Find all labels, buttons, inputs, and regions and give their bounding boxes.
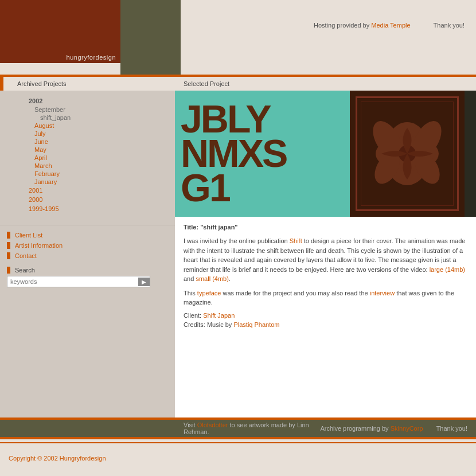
search-input-wrap: ▶ xyxy=(7,276,150,287)
ornament-inner-border xyxy=(361,102,454,206)
month-january[interactable]: January xyxy=(0,178,175,186)
project-credits: Credits: Music by Plastiq Phantom xyxy=(184,321,467,328)
client-link[interactable]: Shift Japan xyxy=(203,312,235,319)
artist-info-link[interactable]: Artist Information xyxy=(0,240,175,251)
header-right: Hosting provided by Media Temple Thank y… xyxy=(181,0,476,75)
right-orange-footer-2 xyxy=(175,437,476,439)
right-dark-strip xyxy=(465,91,476,217)
credits-link[interactable]: Plastiq Phantom xyxy=(233,321,279,328)
search-label: Search xyxy=(7,267,168,274)
project-images-container: JBLYNMXSG1 xyxy=(175,91,476,217)
project-client: Client: Shift Japan xyxy=(184,312,467,319)
month-june[interactable]: June xyxy=(0,138,175,146)
year-1999-1995-link[interactable]: 1999-1995 xyxy=(0,204,175,213)
small-video-link[interactable]: small (4mb) xyxy=(196,275,228,282)
selected-project-label: Selected Project xyxy=(184,80,229,87)
copyright: Copyright © 2002 Hungryfordesign xyxy=(9,455,467,462)
page-footer: Copyright © 2002 Hungryfordesign xyxy=(0,442,476,467)
logo-block: hungryfordesign xyxy=(0,0,120,63)
footer-left-text: Visit Olofsdotter to see artwork made by… xyxy=(184,422,320,435)
client-list-link[interactable]: Client List xyxy=(0,230,175,240)
sidebar-bottom-links: Client List Artist Information Contact xyxy=(0,225,175,261)
month-april[interactable]: April xyxy=(0,154,175,162)
header: hungryfordesign Hosting provided by Medi… xyxy=(0,0,476,75)
shift-link[interactable]: Shift xyxy=(290,237,302,244)
logo-text: hungryfordesign xyxy=(67,54,116,61)
project-image-left: JBLYNMXSG1 xyxy=(175,91,350,217)
header-center-bar xyxy=(120,0,181,75)
project-body-2: This typeface was made for the project a… xyxy=(184,288,467,307)
search-section: Search ▶ xyxy=(0,261,175,292)
month-september: September xyxy=(0,106,175,114)
search-button[interactable]: ▶ xyxy=(138,278,150,286)
month-july[interactable]: July xyxy=(0,130,175,138)
right-dark-footer: Visit Olofsdotter to see artwork made by… xyxy=(175,420,476,437)
sidebar-content: 2002 September shift_japan August July J… xyxy=(0,91,175,418)
footer-right-text: Archive programming by SkinnyCorp Thank … xyxy=(320,425,467,432)
header-thank-you: Thank you! xyxy=(434,22,465,29)
month-march[interactable]: March xyxy=(0,162,175,170)
skinnycorp-link[interactable]: SkinnyCorp xyxy=(391,425,423,432)
typeface-link[interactable]: typeface xyxy=(197,290,221,296)
search-input[interactable] xyxy=(7,276,138,287)
sidebar-orange-footer-bar-2 xyxy=(0,437,175,439)
archived-projects-label: Archived Projects xyxy=(0,80,175,87)
year-2000-link[interactable]: 2000 xyxy=(0,195,175,204)
olofsdotter-link[interactable]: Olofsdotter xyxy=(197,422,228,428)
main-content: Archived Projects 2002 September shift_j… xyxy=(0,77,476,439)
year-2002: 2002 xyxy=(0,96,175,106)
sidebar: Archived Projects 2002 September shift_j… xyxy=(0,77,175,439)
month-august[interactable]: August xyxy=(0,122,175,130)
section-labels-row: Archived Projects xyxy=(0,77,175,91)
contact-link[interactable]: Contact xyxy=(0,251,175,261)
sidebar-dark-footer-bar xyxy=(0,420,175,437)
project-image-right xyxy=(350,91,465,217)
project-body-1: I was invited by the online publication … xyxy=(184,236,467,284)
year-2001-link[interactable]: 2001 xyxy=(0,186,175,195)
large-video-link[interactable]: large (14mb) xyxy=(430,266,465,273)
hosting-text: Hosting provided by Media Temple xyxy=(314,22,411,29)
project-title: Title: "shift japan" xyxy=(184,224,467,231)
month-february[interactable]: February xyxy=(0,170,175,178)
selected-project-label-row: Selected Project xyxy=(175,77,476,91)
right-panel: Selected Project JBLYNMXSG1 xyxy=(175,77,476,439)
media-temple-link[interactable]: Media Temple xyxy=(371,22,410,29)
ornament-frame xyxy=(356,96,459,211)
interview-link[interactable]: interview xyxy=(370,290,395,296)
month-may[interactable]: May xyxy=(0,146,175,154)
project-shift-japan[interactable]: shift_japan xyxy=(0,114,175,122)
project-description: Title: "shift japan" I was invited by th… xyxy=(175,217,476,418)
typo-art: JBLYNMXSG1 xyxy=(181,102,286,205)
